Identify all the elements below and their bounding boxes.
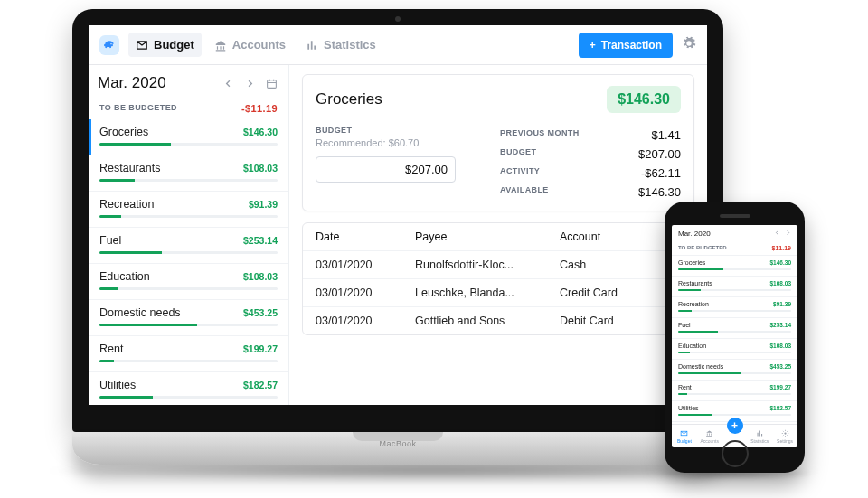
phone-tabbar: Budget Accounts . Statistics Settings + (672, 424, 797, 447)
plus-icon: + (731, 419, 738, 432)
phone-category-name: Education (678, 343, 706, 349)
table-row[interactable]: 03/01/2020Runolfsdottir-Kloc...Cash (303, 251, 693, 279)
sidebar: Mar. 2020 TO BE BUDGETED -$11.19 Groceri… (89, 65, 289, 405)
category-name: Rent (99, 343, 123, 355)
category-name: Fuel (99, 234, 121, 247)
plus-icon: + (590, 39, 596, 52)
th-account: Account (560, 230, 681, 243)
prev-month-button[interactable] (220, 75, 236, 91)
top-bar: Budget Accounts Statistics + Tr (89, 25, 707, 65)
bank-icon (705, 429, 713, 437)
tx-date: 03/01/2020 (316, 315, 415, 327)
phone-prev-button[interactable] (774, 230, 780, 238)
gear-icon (781, 429, 789, 437)
phone-category-amount: $108.03 (770, 343, 792, 349)
tx-payee: Gottlieb and Sons (415, 315, 560, 327)
svg-rect-1 (267, 80, 276, 88)
category-name: Groceries (99, 126, 148, 138)
category-progress (99, 287, 278, 290)
category-amount: $253.14 (243, 235, 278, 246)
phone-category-row[interactable]: Restaurants$108.03 (672, 276, 797, 296)
category-amount: $146.30 (243, 127, 278, 137)
phone-category-row[interactable]: Domestic needs$453.25 (672, 359, 797, 380)
phone-category-progress (678, 372, 791, 374)
available-value: $146.30 (638, 185, 681, 199)
phone-tab-settings[interactable]: Settings (772, 429, 797, 444)
phone-category-amount: $146.30 (770, 259, 792, 266)
category-name: Utilities (99, 379, 136, 391)
table-row[interactable]: 03/01/2020Leuschke, Blanda...Credit Card (303, 279, 693, 307)
envelope-icon (136, 39, 148, 52)
nav-statistics[interactable]: Statistics (298, 33, 383, 57)
category-amount: $108.03 (243, 163, 278, 174)
to-be-budgeted-label: TO BE BUDGETED (99, 103, 177, 114)
category-row[interactable]: Recreation$91.39 (89, 192, 288, 228)
table-row[interactable]: 03/01/2020Gottlieb and SonsDebit Card (303, 307, 693, 334)
phone-category-amount: $91.39 (773, 301, 791, 307)
phone-mockup: Mar. 2020 TO BE BUDGETED -$11.19 Groceri… (665, 202, 805, 473)
phone-app: Mar. 2020 TO BE BUDGETED -$11.19 Groceri… (672, 225, 797, 447)
nav-budget-label: Budget (154, 38, 194, 52)
phone-tab-accounts[interactable]: Accounts (697, 429, 722, 444)
phone-next-button[interactable] (785, 230, 791, 238)
category-row[interactable]: Rent$199.27 (89, 336, 288, 372)
budget-label: BUDGET (316, 126, 482, 135)
phone-tab-statistics[interactable]: Statistics (747, 429, 772, 444)
tx-payee: Runolfsdottir-Kloc... (415, 258, 560, 271)
category-row[interactable]: Domestic needs$453.25 (89, 300, 288, 336)
phone-category-name: Utilities (678, 405, 699, 411)
new-transaction-button[interactable]: + Transaction (579, 33, 673, 58)
category-row[interactable]: Groceries$146.30 (89, 119, 288, 155)
phone-category-progress (678, 352, 791, 353)
category-amount: $199.27 (243, 343, 278, 354)
phone-category-progress (678, 310, 791, 312)
category-row[interactable]: Utilities$182.57 (89, 372, 288, 405)
category-progress (99, 215, 278, 218)
settings-button[interactable] (682, 36, 696, 54)
tx-header: Date Payee Account (303, 223, 693, 251)
tx-date: 03/01/2020 (316, 287, 415, 299)
category-name: Restaurants (99, 162, 160, 174)
budget-app: Budget Accounts Statistics + Tr (89, 25, 707, 405)
phone-category-progress (678, 414, 791, 416)
category-progress (99, 324, 278, 326)
next-month-button[interactable] (241, 75, 258, 91)
phone-category-row[interactable]: Education$108.03 (672, 338, 797, 359)
to-be-budgeted-value: -$11.19 (241, 103, 278, 114)
category-row[interactable]: Education$108.03 (89, 264, 288, 300)
category-name: Domestic needs (99, 306, 181, 319)
phone-category-name: Fuel (678, 322, 691, 328)
tx-account: Credit Card (560, 287, 681, 299)
phone-category-name: Rent (678, 384, 692, 390)
envelope-icon (680, 429, 688, 437)
phone-category-row[interactable]: Recreation$91.39 (672, 296, 797, 317)
app-logo[interactable] (99, 35, 119, 55)
nav-budget[interactable]: Budget (128, 33, 202, 57)
nav-accounts[interactable]: Accounts (207, 33, 293, 57)
phone-fab-add[interactable]: + (727, 418, 743, 434)
recommended-label: Recommended: $60.70 (316, 137, 482, 148)
budget-input[interactable] (316, 156, 456, 183)
phone-tbb-label: TO BE BUDGETED (678, 245, 727, 251)
phone-category-progress (678, 268, 791, 270)
category-row[interactable]: Restaurants$108.03 (89, 155, 288, 192)
category-row[interactable]: Fuel$253.14 (89, 228, 288, 264)
category-amount: $182.57 (243, 380, 278, 390)
bank-icon (214, 39, 227, 52)
phone-category-row[interactable]: Fuel$253.14 (672, 317, 797, 338)
phone-tab-budget[interactable]: Budget (672, 429, 697, 444)
phone-category-row[interactable]: Rent$199.27 (672, 380, 797, 400)
svg-point-0 (110, 43, 111, 44)
phone-category-name: Recreation (678, 301, 709, 307)
phone-category-row[interactable]: Groceries$146.30 (672, 255, 797, 276)
phone-period: Mar. 2020 (678, 230, 711, 238)
detail-title: Groceries (316, 90, 382, 108)
category-progress (99, 179, 278, 182)
th-payee: Payee (415, 230, 560, 243)
category-amount: $108.03 (243, 271, 278, 282)
category-list: Groceries$146.30Restaurants$108.03Recrea… (89, 119, 288, 405)
phone-category-amount: $253.14 (770, 322, 792, 328)
phone-category-amount: $453.25 (770, 363, 792, 370)
calendar-button[interactable] (263, 75, 279, 91)
budget-stat-value: $207.00 (638, 147, 681, 161)
